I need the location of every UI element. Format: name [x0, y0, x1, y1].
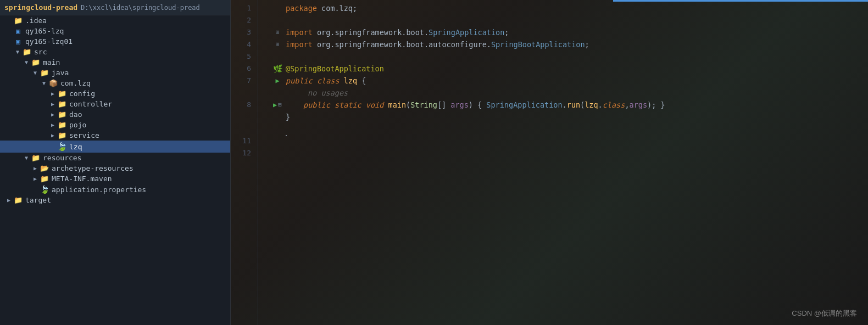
arrow-resources: ▼: [22, 155, 31, 161]
spring-properties-icon: 🍃: [40, 185, 49, 194]
gutter-7: ▶: [269, 75, 286, 87]
tree-item-target[interactable]: ▶ 📁 target: [0, 195, 230, 205]
code-content: package com.lzq; ⊞ import org.springfram…: [258, 0, 868, 325]
arrow-com-lzq: ▼: [40, 80, 48, 86]
arrow-dao: ▶: [48, 111, 57, 117]
tree-item-controller[interactable]: ▶ 📁 controller: [0, 99, 230, 109]
label-qy165-lzq: qy165-lzq: [25, 27, 64, 35]
tree-item-config[interactable]: ▶ 📁 config: [0, 88, 230, 99]
code-line-8: ▶ ⊞ public static void main ( String [] …: [269, 99, 868, 111]
annotation-icon-6: 🌿: [273, 63, 282, 75]
arrow-meta-inf-maven: ▶: [31, 176, 40, 182]
special-folder-icon-archetype: 📂: [40, 164, 49, 172]
code-line-1: package com.lzq;: [269, 2, 868, 14]
run-icon-7[interactable]: ▶: [275, 75, 279, 87]
tree-item-qy165-lzq01[interactable]: ▣ qy165-lzq01: [0, 36, 230, 47]
watermark-text: CSDN @低调的黑客: [792, 309, 857, 318]
project-name: springcloud-pread: [4, 3, 77, 12]
label-src: src: [34, 48, 47, 56]
tree-item-service[interactable]: ▶ 📁 service: [0, 130, 230, 141]
project-path: D:\xxcl\idea\springcloud-pread: [81, 4, 200, 12]
label-application-properties: application.properties: [52, 186, 146, 194]
label-meta-inf-maven: META-INF.maven: [52, 175, 112, 183]
arrow-java: ▼: [31, 70, 40, 76]
label-target: target: [25, 196, 51, 204]
arrow-controller: ▶: [48, 101, 57, 107]
code-line-11: }: [269, 111, 868, 123]
tree-item-main[interactable]: ▼ 📁 main: [0, 57, 230, 68]
run-icon-8[interactable]: ▶: [273, 99, 277, 111]
label-idea: .idea: [25, 16, 47, 25]
arrow-config: ▶: [48, 91, 57, 97]
folder-icon-src: 📁: [22, 48, 32, 56]
tree-item-resources[interactable]: ▼ 📁 resources: [0, 153, 230, 163]
line-numbers: 1 2 3 4 5 6 7 8 11 12: [231, 0, 258, 325]
code-line-6: 🌿 @SpringBootApplication: [269, 63, 868, 75]
tree-item-archetype-resources[interactable]: ▶ 📂 archetype-resources: [0, 163, 230, 173]
code-line-7: ▶ public class lzq {: [269, 75, 868, 87]
code-line-5: [269, 51, 868, 63]
arrow-main: ▼: [22, 59, 31, 65]
code-line-no-usages: no usages: [269, 87, 868, 99]
folder-icon-dao: 📁: [57, 110, 67, 119]
code-line-12: [269, 123, 868, 136]
tree-item-idea[interactable]: 📁 .idea: [0, 15, 230, 26]
package-icon-com-lzq: 📦: [48, 79, 58, 87]
label-main: main: [43, 58, 60, 66]
arrow-pojo: ▶: [48, 122, 57, 128]
folder-icon-java: 📁: [40, 69, 49, 77]
code-line-3: ⊞ import org.springframework.boot. Sprin…: [269, 26, 868, 38]
label-lzq: lzq: [69, 143, 82, 151]
label-java: java: [52, 69, 69, 77]
folder-icon-resources: 📁: [31, 154, 41, 162]
module-icon-qy165-lzq: ▣: [13, 27, 23, 35]
folder-icon-idea: 📁: [13, 16, 23, 25]
text-cursor: [286, 123, 287, 136]
label-resources: resources: [43, 154, 81, 162]
label-qy165-lzq01: qy165-lzq01: [25, 37, 73, 46]
folder-icon-config: 📁: [57, 89, 67, 98]
label-service: service: [69, 131, 99, 139]
tree-item-java[interactable]: ▼ 📁 java: [0, 68, 230, 78]
label-pojo: pojo: [69, 121, 86, 129]
folder-icon-controller: 📁: [57, 100, 67, 108]
code-line-4: ⊞ import org.springframework.boot.autoco…: [269, 38, 868, 51]
tree-item-meta-inf-maven[interactable]: ▶ 📁 META-INF.maven: [0, 173, 230, 184]
tree-item-lzq[interactable]: 🍃 lzq: [0, 141, 230, 153]
arrow-target: ▶: [4, 197, 13, 203]
folder-icon-service: 📁: [57, 131, 67, 139]
tree-item-dao[interactable]: ▶ 📁 dao: [0, 109, 230, 120]
label-com-lzq: com.lzq: [60, 79, 91, 87]
progress-bar: [613, 0, 868, 2]
gutter-6: 🌿: [269, 63, 286, 75]
code-line-2: [269, 14, 868, 26]
gutter-3: ⊞: [269, 26, 286, 38]
tree-item-pojo[interactable]: ▶ 📁 pojo: [0, 120, 230, 130]
spring-class-icon-lzq: 🍃: [57, 142, 67, 152]
tree-item-com-lzq[interactable]: ▼ 📦 com.lzq: [0, 78, 230, 88]
folder-icon-main: 📁: [31, 58, 41, 66]
fold-icon-4: ⊞: [276, 38, 280, 51]
label-archetype-resources: archetype-resources: [52, 164, 133, 172]
folder-icon-pojo: 📁: [57, 121, 67, 129]
tree-item-src[interactable]: ▼ 📁 src: [0, 47, 230, 57]
project-sidebar[interactable]: springcloud-pread D:\xxcl\idea\springclo…: [0, 0, 231, 325]
tree-item-qy165-lzq[interactable]: ▣ qy165-lzq: [0, 26, 230, 36]
fold-icon-3: ⊞: [276, 26, 280, 38]
label-controller: controller: [69, 100, 112, 108]
arrow-src: ▼: [13, 49, 22, 55]
module-icon-qy165-lzq01: ▣: [13, 37, 23, 46]
fold-icon-8: ⊞: [278, 99, 282, 111]
no-usages-label: no usages: [308, 87, 348, 99]
arrow-archetype-resources: ▶: [31, 165, 40, 171]
label-config: config: [69, 89, 95, 98]
folder-icon-target: 📁: [13, 196, 23, 204]
tree-item-application-properties[interactable]: 🍃 application.properties: [0, 184, 230, 195]
code-editor[interactable]: 1 2 3 4 5 6 7 8 11 12 package com.lzq;: [231, 0, 868, 325]
folder-icon-meta-inf-maven: 📁: [40, 175, 49, 183]
project-header: springcloud-pread D:\xxcl\idea\springclo…: [0, 0, 230, 15]
arrow-service: ▶: [48, 132, 57, 138]
gutter-8: ▶ ⊞: [269, 99, 286, 111]
label-dao: dao: [69, 110, 82, 119]
gutter-4: ⊞: [269, 38, 286, 51]
